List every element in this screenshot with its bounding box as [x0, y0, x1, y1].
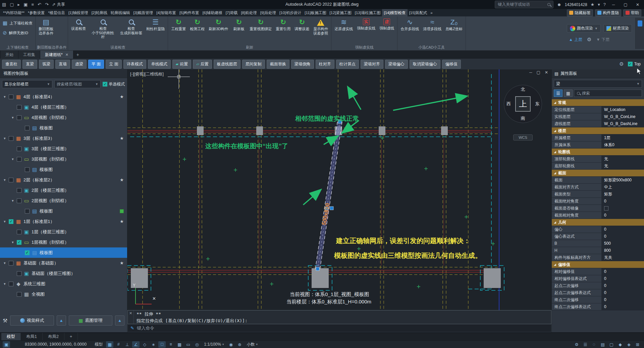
- expander-icon[interactable]: ▼: [3, 220, 7, 223]
- visibility-checkbox[interactable]: [9, 282, 13, 286]
- tree-item[interactable]: ▣基础面（楼层三维图）: [0, 268, 127, 279]
- viewport-restore-icon[interactable]: ▢: [537, 70, 540, 75]
- property-value[interactable]: 500: [601, 240, 644, 247]
- ribbon-button[interactable]: ↻工程重置: [169, 17, 187, 32]
- grid-display-icon[interactable]: ▦: [106, 341, 113, 348]
- search-icon[interactable]: [547, 3, 550, 6]
- share-button[interactable]: ⇗ 共享: [52, 2, 65, 7]
- tree-item[interactable]: ▤模板图: [0, 247, 127, 258]
- viewport-label[interactable]: [-][俯视][二维线框]: [130, 71, 164, 77]
- annotation-scale[interactable]: 1:1/100%▾: [202, 342, 226, 347]
- visibility-checkbox[interactable]: [9, 219, 13, 224]
- minimize-button[interactable]: ─: [609, 2, 618, 7]
- property-value[interactable]: 0: [601, 226, 644, 233]
- visibility-checkbox[interactable]: [17, 271, 21, 276]
- tree-item[interactable]: ▣4层（楼层三维图）: [0, 102, 127, 112]
- expander-icon[interactable]: ▼: [3, 282, 7, 286]
- toolbar-button[interactable]: 立 面: [106, 60, 121, 69]
- ribbon-tab[interactable]: [11]板施工图: [303, 9, 328, 16]
- tree-item[interactable]: ▼▭2层视图（剖切框）: [0, 195, 127, 206]
- drawing-tab[interactable]: 布局1: [21, 333, 43, 340]
- tree-item[interactable]: ▣1层（楼层三维图）: [0, 227, 127, 237]
- expander-icon[interactable]: ▼: [11, 241, 15, 244]
- object-snap-icon[interactable]: □: [158, 341, 166, 348]
- visibility-checkbox[interactable]: [17, 198, 21, 203]
- visibility-checkbox[interactable]: [25, 167, 30, 172]
- polar-tracking-icon[interactable]: ∠: [132, 341, 140, 348]
- viewport-minimize-icon[interactable]: ─: [529, 70, 532, 75]
- ribbon-button[interactable]: !显示构件 误差参照: [312, 17, 330, 36]
- tree-item[interactable]: ▼▦3层（标准层3）★: [0, 133, 127, 143]
- ribbon-button[interactable]: ▤删旧图板 边界条件: [37, 17, 55, 36]
- tree-item[interactable]: ▼▭1层视图（剖切框）: [0, 237, 127, 247]
- favorite-star-icon[interactable]: ★: [120, 177, 124, 182]
- ribbon-button[interactable]: ↻刷新板: [230, 17, 247, 32]
- ribbon-button[interactable]: ↻重置视图绑定: [248, 17, 273, 32]
- annotation-monitor-icon[interactable]: ☰: [582, 341, 589, 348]
- tools-icon[interactable]: ⚒: [3, 317, 7, 324]
- user-id[interactable]: 1426401428: [565, 2, 587, 7]
- favorite-star-icon[interactable]: ★: [120, 94, 124, 99]
- ribbon-button[interactable]: ☰刚性杆显隐: [145, 17, 166, 32]
- property-value[interactable]: 0: [601, 198, 644, 205]
- ribbon-tab[interactable]: [13]墙柱施工图: [353, 9, 382, 16]
- model-space-toggle[interactable]: 模型: [93, 342, 105, 347]
- visibility-checkbox[interactable]: [9, 178, 13, 182]
- visual-style-expand-button[interactable]: ▲: [57, 315, 66, 326]
- property-value[interactable]: W_Location: [601, 106, 644, 113]
- toolbar-button[interactable]: 板虚线图层: [214, 60, 240, 69]
- compass-east-label[interactable]: 东: [535, 101, 539, 107]
- toolbar-button[interactable]: 梁墙倒角: [291, 60, 314, 69]
- tree-item[interactable]: ▤模板图: [0, 123, 127, 133]
- transparency-icon[interactable]: ▩: [176, 341, 183, 348]
- layer-settings-gear-icon[interactable]: ⚙: [587, 37, 591, 43]
- visibility-checkbox[interactable]: [17, 105, 21, 110]
- autoscale-icon[interactable]: ⊕: [236, 341, 243, 348]
- help-button[interactable]: 帮助: [623, 9, 641, 16]
- toolbar-button[interactable]: 偏移值: [442, 60, 461, 69]
- toolbar-button[interactable]: 单线模式: [148, 60, 171, 69]
- property-value[interactable]: 无: [601, 163, 644, 169]
- ribbon-tab[interactable]: »: [429, 9, 434, 16]
- property-value[interactable]: 矩形梁500x800: [601, 177, 644, 183]
- lineweight-icon[interactable]: ≡: [167, 341, 174, 348]
- ribbon-tab[interactable]: [2]轮廓线: [90, 9, 109, 16]
- expander-icon[interactable]: ▼: [3, 137, 7, 140]
- drawing-tab[interactable]: +: [64, 333, 78, 340]
- command-history[interactable]: ✕ ** 拉伸 ** 指定拉伸点或 [基点(B)/复制(C)/放弃(U)/退出(…: [127, 310, 551, 324]
- ribbon-button[interactable]: ↻刷新3D构件: [207, 17, 230, 32]
- ribbon-button[interactable]: ↻重置引用: [274, 17, 292, 32]
- toolbar-button[interactable]: 梁墙对齐: [361, 60, 383, 69]
- tree-item[interactable]: ▼▦2层（标准层2）★: [0, 175, 127, 185]
- ribbon-tab[interactable]: [3]截面管理: [131, 9, 155, 16]
- tree-item[interactable]: ▼▭3层视图（剖切框）: [0, 154, 127, 164]
- ribbon-button[interactable]: 虚强制虚线: [378, 17, 396, 31]
- toolbar-settings-gear-icon[interactable]: ⚙: [619, 61, 624, 67]
- graphics-performance-icon[interactable]: ◈: [625, 341, 633, 348]
- ribbon-tab[interactable]: [8]前处理: [239, 9, 258, 16]
- ribbon-button[interactable]: ≋还原虚实线: [333, 17, 355, 32]
- ribbon-tab[interactable]: [10]初步设计: [278, 9, 303, 16]
- visibility-checkbox[interactable]: [25, 209, 30, 214]
- drawing-tab[interactable]: 模型: [1, 333, 21, 340]
- single-select-checkbox[interactable]: 单选模式: [103, 81, 125, 87]
- ribbon-button[interactable]: 误差检查: [69, 17, 88, 32]
- visibility-checkbox[interactable]: [9, 95, 13, 99]
- lock-ui-icon[interactable]: ▢: [608, 341, 615, 348]
- property-value[interactable]: 矩形: [601, 191, 644, 197]
- isolate-objects-icon[interactable]: ◆: [616, 341, 624, 348]
- toolbar-button[interactable]: 虚梁: [72, 60, 87, 69]
- property-section-header[interactable]: ◢楼层: [552, 127, 644, 134]
- compass-west-label[interactable]: 西: [506, 101, 511, 107]
- favorite-star-icon[interactable]: ★: [120, 260, 124, 266]
- toolbar-button[interactable]: 梁墙偏心: [385, 60, 408, 69]
- visibility-checkbox[interactable]: [17, 115, 21, 120]
- save-icon[interactable]: ▣: [23, 2, 28, 7]
- expander-icon[interactable]: ▼: [11, 158, 15, 161]
- ribbon-tab[interactable]: [12]梁施工图: [328, 9, 353, 16]
- property-value[interactable]: W_G_B_ConLine: [601, 113, 644, 120]
- lower-layer-button[interactable]: ▼ 下层: [596, 37, 609, 43]
- ribbon-button[interactable]: Z₀忽略Z坐标: [444, 17, 464, 32]
- tree-item[interactable]: ▼▭4层视图（剖切框）: [0, 112, 127, 123]
- doc-tab[interactable]: 开始: [1, 51, 18, 59]
